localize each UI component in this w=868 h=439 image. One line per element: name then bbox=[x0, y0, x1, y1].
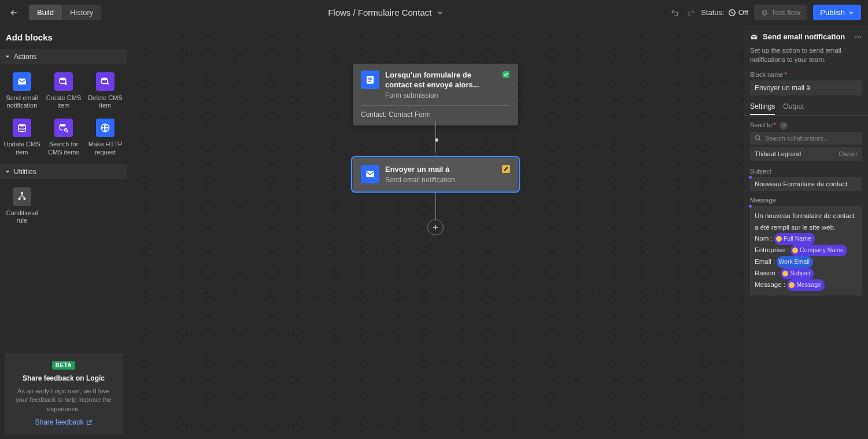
block-update-cms[interactable]: Update CMS item bbox=[2, 115, 42, 159]
globe-icon bbox=[100, 123, 110, 133]
undo-icon bbox=[671, 8, 680, 17]
redo-button[interactable] bbox=[686, 8, 695, 17]
form-icon bbox=[361, 71, 379, 89]
subject-label: Subject bbox=[744, 168, 868, 177]
svg-point-10 bbox=[24, 198, 25, 200]
play-icon bbox=[761, 9, 768, 16]
db-icon bbox=[17, 123, 27, 133]
build-history-tabs: Build History bbox=[29, 5, 101, 20]
add-block-button[interactable] bbox=[427, 219, 444, 235]
caret-down-icon bbox=[5, 54, 10, 60]
status-area: Status: Off bbox=[701, 8, 748, 17]
topbar: Build History Flows / Formulaire Contact… bbox=[0, 0, 868, 25]
branch-icon bbox=[17, 191, 27, 202]
collaborator-row[interactable]: Thibaut Legrand Owner bbox=[750, 147, 862, 161]
token-company[interactable]: Company Name bbox=[791, 245, 847, 256]
plus-icon bbox=[431, 223, 439, 231]
check-icon bbox=[502, 71, 510, 99]
left-panel: Add blocks Actions Send email notificati… bbox=[0, 25, 127, 439]
more-button[interactable] bbox=[854, 33, 862, 41]
search-collaborators[interactable] bbox=[750, 132, 862, 145]
tab-history[interactable]: History bbox=[62, 5, 101, 20]
search-icon bbox=[755, 135, 762, 142]
undo-button[interactable] bbox=[671, 8, 680, 17]
block-create-cms[interactable]: Create CMS item bbox=[44, 69, 83, 113]
trigger-meta: Contact: Contact Form bbox=[361, 110, 510, 119]
block-name-label: Block name* bbox=[744, 71, 868, 80]
action-subtitle: Send email notification bbox=[385, 176, 496, 184]
section-utilities[interactable]: Utilities bbox=[0, 164, 127, 179]
block-http[interactable]: Make HTTP request bbox=[86, 115, 125, 159]
svg-point-19 bbox=[756, 136, 760, 140]
main: Add blocks Actions Send email notificati… bbox=[0, 25, 868, 439]
token-work-email[interactable]: Work Email bbox=[777, 256, 812, 268]
collaborator-role: Owner bbox=[839, 150, 858, 157]
block-delete-cms[interactable]: Delete CMS item bbox=[86, 69, 125, 113]
beta-badge: BETA bbox=[52, 361, 75, 370]
trigger-subtitle: Form submission bbox=[385, 91, 496, 99]
message-label: Message bbox=[744, 197, 868, 206]
message-intro: Un nouveau formulaire de contact a été r… bbox=[755, 211, 858, 233]
status-value: Off bbox=[728, 8, 748, 17]
db-plus-icon bbox=[58, 76, 69, 87]
svg-point-6 bbox=[60, 124, 66, 127]
svg-point-3 bbox=[60, 78, 66, 80]
status-label: Status: bbox=[701, 8, 724, 17]
message-input[interactable]: Un nouveau formulaire de contact a été r… bbox=[750, 206, 862, 296]
db-search-icon bbox=[58, 123, 69, 133]
block-search-cms[interactable]: Search for CMS items bbox=[44, 115, 83, 159]
token-full-name[interactable]: Full Name bbox=[774, 233, 815, 245]
canvas[interactable]: Lorsqu'un formulaire de contact est envo… bbox=[127, 25, 744, 439]
share-feedback-link[interactable]: Share feedback bbox=[35, 418, 92, 426]
breadcrumb-text: Flows / Formulaire Contact bbox=[328, 8, 431, 17]
block-conditional[interactable]: Conditional rule bbox=[2, 184, 42, 228]
db-minus-icon bbox=[100, 76, 110, 87]
back-button[interactable] bbox=[7, 6, 21, 20]
block-name-input[interactable] bbox=[750, 80, 862, 95]
trigger-node[interactable]: Lorsqu'un formulaire de contact est envo… bbox=[353, 64, 518, 126]
tab-build[interactable]: Build bbox=[29, 5, 62, 20]
svg-point-17 bbox=[858, 36, 859, 37]
action-node[interactable]: Envoyer un mail à Send email notificatio… bbox=[353, 158, 518, 191]
chevron-down-icon bbox=[848, 10, 854, 16]
mail-icon bbox=[17, 76, 27, 87]
breadcrumb[interactable]: Flows / Formulaire Contact bbox=[328, 8, 444, 17]
svg-point-5 bbox=[19, 124, 25, 127]
block-send-email[interactable]: Send email notification bbox=[2, 69, 42, 113]
right-panel-desc: Set up the action to send email notifica… bbox=[744, 46, 868, 71]
feedback-title: Share feedback on Logic bbox=[23, 374, 105, 382]
svg-point-9 bbox=[19, 198, 20, 200]
redo-icon bbox=[686, 8, 695, 17]
section-actions[interactable]: Actions bbox=[0, 49, 127, 64]
help-icon[interactable]: ? bbox=[780, 121, 788, 130]
tab-settings[interactable]: Settings bbox=[750, 102, 775, 115]
warning-icon bbox=[502, 165, 510, 173]
search-collaborators-input[interactable] bbox=[765, 135, 858, 142]
test-flow-button[interactable]: Test flow bbox=[754, 5, 808, 20]
caret-down-icon bbox=[5, 169, 10, 175]
external-link-icon bbox=[86, 419, 93, 426]
binding-dot-icon bbox=[748, 204, 752, 208]
binding-dot-icon bbox=[748, 175, 752, 179]
svg-point-11 bbox=[21, 192, 23, 194]
chevron-down-icon bbox=[436, 9, 444, 17]
dots-icon bbox=[854, 33, 862, 41]
tab-output[interactable]: Output bbox=[783, 102, 804, 115]
subject-input[interactable]: Nouveau Formulaire de contact bbox=[750, 177, 862, 191]
svg-point-18 bbox=[860, 36, 861, 37]
arrow-left-icon bbox=[9, 8, 19, 17]
svg-point-4 bbox=[101, 78, 108, 80]
left-panel-title: Add blocks bbox=[0, 25, 127, 49]
collaborator-name: Thibaut Legrand bbox=[755, 150, 801, 157]
trigger-title: Lorsqu'un formulaire de contact est envo… bbox=[385, 71, 496, 90]
svg-point-16 bbox=[855, 36, 856, 37]
right-tabs: Settings Output bbox=[744, 102, 868, 116]
publish-button[interactable]: Publish bbox=[813, 5, 861, 20]
mail-icon bbox=[361, 165, 379, 183]
status-off-icon bbox=[728, 9, 736, 17]
feedback-desc: As an early Logic user, we'd love your f… bbox=[12, 387, 116, 414]
token-message[interactable]: Message bbox=[787, 279, 825, 291]
feedback-box: BETA Share feedback on Logic As an early… bbox=[5, 353, 123, 434]
token-subject[interactable]: Subject bbox=[781, 268, 814, 279]
send-to-label: Send to* ? bbox=[744, 121, 868, 132]
